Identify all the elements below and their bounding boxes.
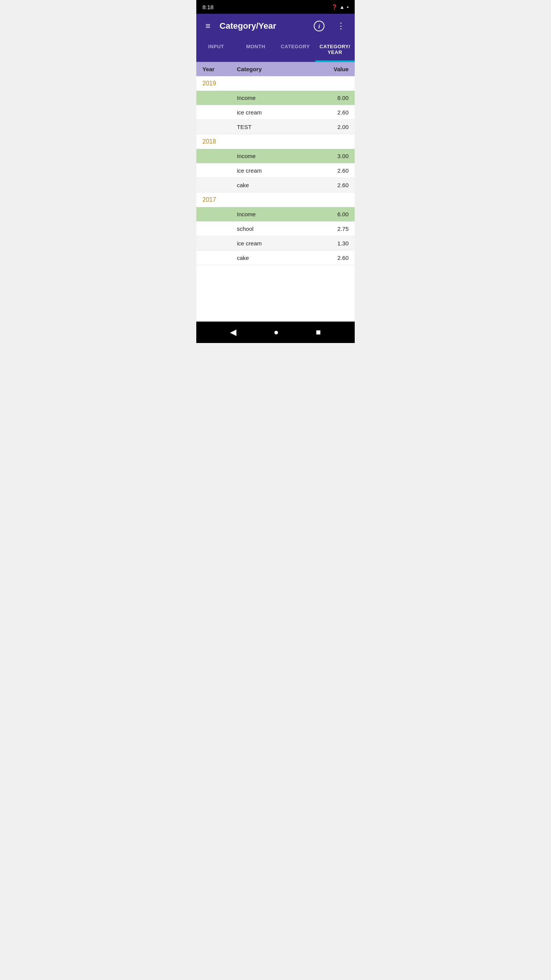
year-label: 2017 bbox=[196, 193, 355, 207]
info-icon: i bbox=[314, 21, 324, 31]
table-content: 2019Income8.00ice cream2.60TEST2.002018I… bbox=[196, 76, 355, 322]
row-value-cell: 6.00 bbox=[318, 211, 349, 217]
table-header: Year Category Value bbox=[196, 62, 355, 76]
table-row[interactable]: cake2.60 bbox=[196, 178, 355, 193]
tab-category[interactable]: CATEGORY bbox=[276, 38, 315, 62]
row-category-cell: cake bbox=[237, 255, 318, 261]
row-category-cell: Income bbox=[237, 95, 318, 101]
row-value-cell: 2.60 bbox=[318, 167, 349, 174]
bottom-nav: ◀ ● ■ bbox=[196, 322, 355, 343]
recent-button[interactable]: ■ bbox=[308, 324, 328, 340]
status-bar: 8:18 ❓ ▲ ▪ bbox=[196, 0, 355, 14]
home-icon: ● bbox=[274, 327, 279, 337]
table-row[interactable]: ice cream1.30 bbox=[196, 236, 355, 251]
table-row[interactable]: cake2.60 bbox=[196, 251, 355, 265]
tab-input[interactable]: INPUT bbox=[196, 38, 236, 62]
wifi-icon: ❓ bbox=[331, 4, 337, 10]
app-bar-title: Category/Year bbox=[220, 21, 305, 31]
battery-icon: ▪ bbox=[347, 4, 349, 10]
table-row[interactable]: Income8.00 bbox=[196, 91, 355, 105]
table-row[interactable]: TEST2.00 bbox=[196, 120, 355, 134]
tabs: INPUT MONTH CATEGORY CATEGORY/YEAR bbox=[196, 38, 355, 62]
row-category-cell: ice cream bbox=[237, 167, 318, 174]
header-value: Value bbox=[318, 66, 349, 72]
row-category-cell: TEST bbox=[237, 124, 318, 130]
row-value-cell: 3.00 bbox=[318, 153, 349, 159]
app-bar: ≡ Category/Year i ⋮ bbox=[196, 14, 355, 38]
row-category-cell: school bbox=[237, 225, 318, 232]
row-category-cell: Income bbox=[237, 153, 318, 159]
status-icons: ❓ ▲ ▪ bbox=[331, 4, 349, 10]
signal-icon: ▲ bbox=[340, 4, 345, 10]
row-value-cell: 2.60 bbox=[318, 255, 349, 261]
hamburger-button[interactable]: ≡ bbox=[202, 19, 214, 33]
back-button[interactable]: ◀ bbox=[222, 324, 244, 340]
row-category-cell: ice cream bbox=[237, 240, 318, 247]
table-row[interactable]: ice cream2.60 bbox=[196, 105, 355, 120]
row-category-cell: cake bbox=[237, 182, 318, 188]
table-row[interactable]: Income3.00 bbox=[196, 149, 355, 163]
row-category-cell: ice cream bbox=[237, 109, 318, 116]
more-button[interactable]: ⋮ bbox=[334, 18, 349, 34]
year-label: 2019 bbox=[196, 76, 355, 91]
recent-icon: ■ bbox=[316, 327, 321, 337]
more-icon: ⋮ bbox=[337, 21, 346, 31]
row-value-cell: 2.60 bbox=[318, 182, 349, 188]
tab-month[interactable]: MONTH bbox=[236, 38, 276, 62]
status-time: 8:18 bbox=[202, 4, 214, 10]
header-category: Category bbox=[237, 66, 318, 72]
year-label: 2018 bbox=[196, 134, 355, 149]
home-button[interactable]: ● bbox=[266, 324, 286, 340]
table-row[interactable]: ice cream2.60 bbox=[196, 163, 355, 178]
row-value-cell: 8.00 bbox=[318, 95, 349, 101]
row-value-cell: 2.60 bbox=[318, 109, 349, 116]
hamburger-icon: ≡ bbox=[205, 22, 210, 30]
table-row[interactable]: Income6.00 bbox=[196, 207, 355, 222]
row-category-cell: Income bbox=[237, 211, 318, 217]
row-value-cell: 1.30 bbox=[318, 240, 349, 247]
header-year: Year bbox=[202, 66, 237, 72]
back-icon: ◀ bbox=[230, 327, 236, 337]
row-value-cell: 2.00 bbox=[318, 124, 349, 130]
table-row[interactable]: school2.75 bbox=[196, 222, 355, 236]
tab-category-year[interactable]: CATEGORY/YEAR bbox=[315, 38, 355, 62]
row-value-cell: 2.75 bbox=[318, 225, 349, 232]
info-button[interactable]: i bbox=[311, 18, 328, 34]
